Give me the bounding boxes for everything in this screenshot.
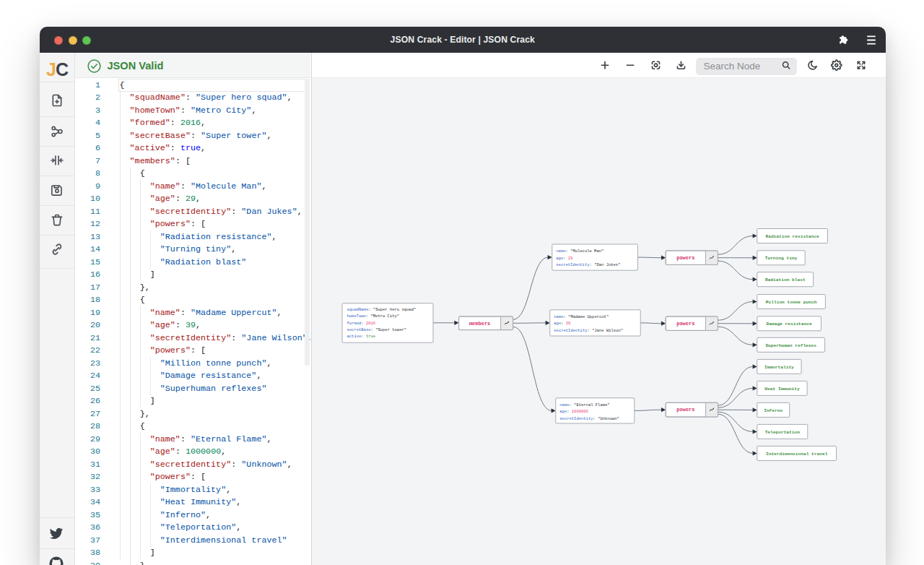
svg-text:secretBase: "Super tower": secretBase: "Super tower" [347, 327, 407, 332]
svg-text:homeTown: "Metro City": homeTown: "Metro City" [347, 314, 400, 319]
svg-text:name: "Madame Uppercut": name: "Madame Uppercut" [554, 314, 609, 319]
svg-text:powers: powers [676, 320, 694, 326]
svg-text:Radiation resistance: Radiation resistance [765, 233, 819, 238]
svg-text:formed: 2016: formed: 2016 [347, 320, 376, 325]
svg-text:age: 1000000: age: 1000000 [559, 409, 588, 414]
svg-text:active: true: active: true [347, 334, 376, 339]
svg-text:Inferno: Inferno [764, 407, 783, 413]
svg-text:Teleportation: Teleportation [765, 429, 801, 434]
svg-text:name: "Molecule Man": name: "Molecule Man" [556, 249, 603, 254]
svg-text:squadName: "Super hero squad": squadName: "Super hero squad" [347, 307, 417, 312]
svg-text:secretIdentity: "Unknown": secretIdentity: "Unknown" [559, 415, 619, 420]
svg-text:Turning tiny: Turning tiny [765, 256, 798, 261]
svg-text:age: 29: age: 29 [556, 255, 572, 260]
svg-text:Immortality: Immortality [764, 364, 794, 369]
svg-text:age: 39: age: 39 [554, 321, 570, 326]
svg-text:name: "Eternal Flame": name: "Eternal Flame" [559, 402, 609, 407]
svg-text:Damage resistance: Damage resistance [767, 322, 812, 327]
svg-text:Million tonne punch: Million tonne punch [766, 299, 817, 304]
svg-text:Interdimensional travel: Interdimensional travel [766, 451, 828, 456]
svg-text:members: members [469, 320, 490, 326]
svg-text:Superhuman reflexes: Superhuman reflexes [765, 342, 816, 348]
svg-text:powers: powers [676, 407, 694, 413]
svg-text:secretIdentity: "Dan Jukes": secretIdentity: "Dan Jukes" [556, 262, 620, 267]
svg-text:Heat Immunity: Heat Immunity [764, 386, 800, 391]
svg-text:secretIdentity: "Jane Wilson": secretIdentity: "Jane Wilson" [554, 327, 623, 332]
svg-text:Radiation blast: Radiation blast [765, 277, 806, 282]
svg-text:powers: powers [676, 254, 694, 260]
